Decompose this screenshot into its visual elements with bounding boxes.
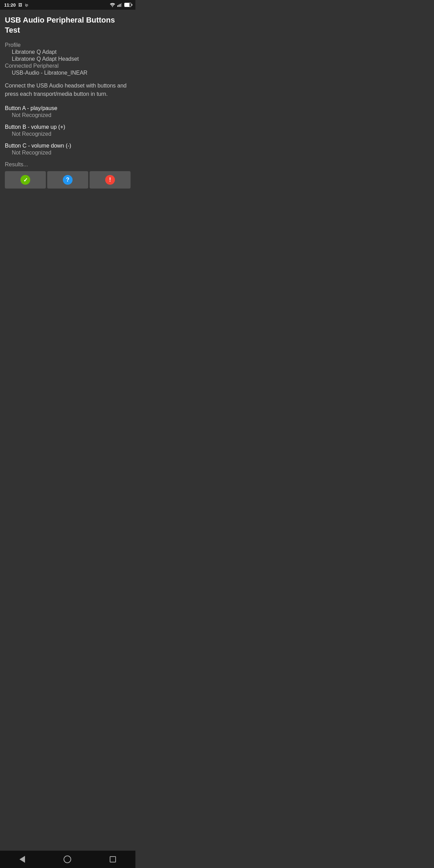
status-right (110, 3, 131, 7)
wifi-icon (110, 3, 115, 7)
button-b-status: Not Recognized (5, 131, 131, 137)
svg-rect-1 (117, 5, 118, 7)
status-left: 11:20 🖼 ip (4, 2, 28, 8)
svg-point-0 (112, 6, 113, 7)
question-icon: ? (63, 175, 73, 185)
button-c-label: Button C - volume down (-) (5, 143, 131, 149)
status-time: 11:20 (4, 2, 16, 8)
page-title: USB Audio Peripheral Buttons Test (5, 15, 131, 35)
button-b-label: Button B - volume up (+) (5, 124, 131, 130)
status-bar: 11:20 🖼 ip (0, 0, 135, 10)
connected-peripheral-value: USB-Audio - Libratone_INEAR (5, 70, 131, 76)
button-a-section: Button A - play/pause Not Recognized (5, 105, 131, 118)
button-c-status: Not Recognized (5, 150, 131, 156)
image-icon: 🖼 (18, 3, 22, 7)
svg-rect-3 (120, 4, 120, 7)
results-label: Results... (5, 161, 131, 168)
button-b-section: Button B - volume up (+) Not Recognized (5, 124, 131, 137)
profile-label: Profile (5, 42, 131, 48)
instruction-text: Connect the USB Audio headset with butto… (5, 82, 131, 98)
profile-section: Profile Libratone Q Adapt Libratone Q Ad… (5, 42, 131, 62)
pass-button[interactable]: ✓ (5, 171, 46, 189)
connected-peripheral-label: Connected Peripheral (5, 63, 131, 69)
action-buttons: ✓ ? ! (5, 171, 131, 189)
button-c-section: Button C - volume down (-) Not Recognize… (5, 143, 131, 156)
main-content: USB Audio Peripheral Buttons Test Profil… (0, 10, 135, 215)
connected-peripheral-section: Connected Peripheral USB-Audio - Librato… (5, 63, 131, 76)
battery-icon (124, 3, 131, 7)
signal-icon (117, 3, 122, 7)
exclamation-icon: ! (105, 175, 115, 185)
profile-item-1: Libratone Q Adapt (5, 49, 131, 55)
button-a-status: Not Recognized (5, 112, 131, 118)
svg-rect-4 (121, 3, 122, 7)
profile-item-2: Libratone Q Adapt Headset (5, 56, 131, 62)
button-a-label: Button A - play/pause (5, 105, 131, 111)
svg-rect-2 (119, 5, 119, 7)
ip-label: ip (25, 3, 28, 7)
fail-button[interactable]: ! (90, 171, 131, 189)
info-button[interactable]: ? (47, 171, 88, 189)
pass-icon: ✓ (20, 175, 30, 185)
